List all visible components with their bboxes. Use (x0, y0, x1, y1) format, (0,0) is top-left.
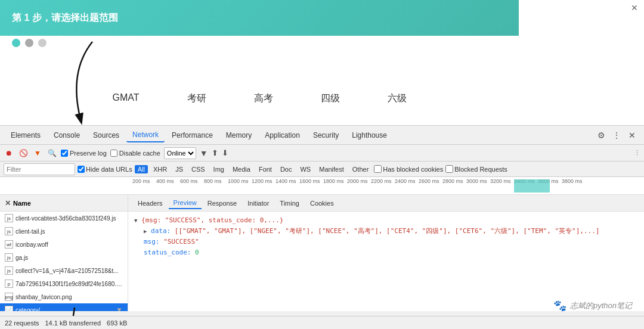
tab-performance[interactable]: Performance (166, 129, 219, 142)
status-bar: 22 requests 14.1 kB transferred 693 kB (0, 316, 644, 329)
throttle-select[interactable]: Online (164, 147, 196, 159)
close-devtools-icon[interactable]: ✕ (625, 128, 639, 142)
json-data-toggle[interactable] (144, 227, 147, 235)
dots-row (12, 39, 47, 47)
tab-security[interactable]: Security (307, 129, 345, 142)
tick-800ms: 800 ms (204, 177, 222, 184)
tab-sources[interactable]: Sources (87, 129, 125, 142)
tab-headers[interactable]: Headers (133, 198, 168, 209)
tick-1400ms: 1400 ms (275, 177, 296, 184)
file-item-2[interactable]: wf iconbay.woff (0, 238, 128, 251)
json-status-line: status_code: 0 (134, 247, 638, 258)
preserve-log-label[interactable]: Preserve log (61, 150, 107, 157)
tick-1800ms: 1800 ms (323, 177, 344, 184)
blocked-requests-label[interactable]: Blocked Requests (445, 165, 507, 173)
filter-img[interactable]: Img (210, 165, 227, 173)
filter-media[interactable]: Media (230, 165, 253, 173)
timeline-bar (514, 179, 550, 193)
devtools-tabbar: Elements Console Sources Network Perform… (0, 126, 644, 145)
clear-button[interactable]: 🚫 (18, 148, 29, 159)
tab-timing[interactable]: Timing (275, 198, 304, 209)
filter-ws[interactable]: WS (297, 165, 314, 173)
blocked-requests-checkbox[interactable] (445, 165, 453, 173)
file-item-6[interactable]: png shanbay_favicon.png (0, 290, 128, 303)
file-icon-4: js (5, 266, 13, 275)
json-root-toggle[interactable] (134, 216, 137, 224)
hide-data-urls-label[interactable]: Hide data URLs (78, 166, 132, 173)
json-data-line: data: [["GMAT", "GMAT"], ["NGEE", "考研"],… (134, 226, 638, 237)
disable-cache-checkbox[interactable] (110, 150, 117, 157)
export-button[interactable]: ⬇ (222, 148, 228, 157)
menu-kaoyan[interactable]: 考研 (187, 92, 206, 105)
watermark-text: 志斌的python笔记 (570, 300, 632, 311)
menu-items: GMAT 考研 高考 四级 六级 (0, 92, 519, 105)
transferred-size: 14.1 kB transferred (45, 319, 101, 327)
file-item-0[interactable]: js client-vocabtest-3d56cba83031f249.js (0, 212, 128, 225)
filter-manifest[interactable]: Manifest (316, 165, 347, 173)
tab-initiator[interactable]: Initiator (243, 198, 274, 209)
menu-gmat[interactable]: GMAT (112, 92, 139, 105)
import-button[interactable]: ⬆ (212, 148, 218, 157)
tick-1600ms: 1600 ms (299, 177, 320, 184)
close-button[interactable]: ✕ (631, 3, 638, 13)
file-item-7[interactable]: 📄 category/ ▼ (0, 303, 128, 311)
file-name-2: iconbay.woff (16, 241, 48, 248)
has-blocked-cookies-checkbox[interactable] (374, 165, 382, 173)
file-item-1[interactable]: js client-tail.js (0, 225, 128, 238)
file-icon-6: png (5, 293, 13, 301)
tab-response[interactable]: Response (203, 198, 242, 209)
disable-cache-label[interactable]: Disable cache (110, 150, 160, 157)
filter-input[interactable] (4, 163, 75, 175)
file-icon-2: wf (5, 240, 13, 249)
filter-css[interactable]: CSS (188, 165, 208, 173)
tab-console[interactable]: Console (48, 129, 86, 142)
settings-icon[interactable]: ⚙ (594, 128, 608, 142)
tab-elements[interactable]: Elements (5, 129, 47, 142)
file-name-5: 7ab7296194130f1f1e9c89df24fe1680.p... (16, 281, 123, 287)
filter-icon[interactable]: ▼ (32, 148, 43, 159)
file-icon-7: 📄 (5, 306, 13, 311)
filter-doc[interactable]: Doc (277, 165, 295, 173)
throttle-dropdown-icon[interactable]: ▼ (200, 148, 208, 158)
close-panel-btn[interactable]: ✕ (5, 199, 11, 207)
filter-js[interactable]: JS (172, 165, 186, 173)
more-options-icon[interactable]: ⋮ (609, 128, 624, 142)
hide-data-urls-checkbox[interactable] (78, 166, 85, 173)
file-name-0: client-vocabtest-3d56cba83031f249.js (16, 215, 116, 222)
tab-memory[interactable]: Memory (220, 129, 258, 142)
filter-all[interactable]: All (135, 165, 148, 173)
tick-400ms: 400 ms (156, 177, 174, 184)
response-panel: Headers Preview Response Initiator Timin… (128, 195, 644, 311)
tab-cookies[interactable]: Cookies (305, 198, 339, 209)
network-options-icon[interactable]: ⋮ (634, 149, 640, 157)
menu-liuji[interactable]: 六级 (388, 92, 407, 105)
search-icon[interactable]: 🔍 (47, 148, 57, 159)
banner-text: 第 1 步，请选择出题范围 (12, 12, 118, 24)
record-button[interactable]: ⏺ (4, 148, 14, 159)
timeline-row: 200 ms 400 ms 600 ms 800 ms 1000 ms 1200… (0, 177, 644, 195)
tab-preview[interactable]: Preview (169, 197, 202, 209)
requests-count: 22 requests (5, 319, 39, 327)
file-item-4[interactable]: js collect?v=1&_v=j47&a=210572518&t... (0, 264, 128, 277)
devtools-panel: Elements Console Sources Network Perform… (0, 125, 644, 329)
filter-other[interactable]: Other (349, 165, 372, 173)
tab-lighthouse[interactable]: Lighthouse (346, 129, 393, 142)
file-dropdown-icon: ▼ (116, 306, 123, 311)
menu-siji[interactable]: 四级 (321, 92, 340, 105)
tick-2800ms: 2800 ms (442, 177, 463, 184)
preserve-log-checkbox[interactable] (61, 150, 68, 157)
has-blocked-cookies-label[interactable]: Has blocked cookies (374, 165, 443, 173)
filter-font[interactable]: Font (256, 165, 275, 173)
dot-2 (25, 39, 33, 47)
tab-application[interactable]: Application (259, 129, 306, 142)
dot-1 (12, 39, 20, 47)
menu-gaokao[interactable]: 高考 (254, 92, 273, 105)
watermark-area: 🐾 志斌的python笔记 (553, 299, 632, 312)
tab-network[interactable]: Network (126, 128, 165, 142)
timeline-inner: 200 ms 400 ms 600 ms 800 ms 1000 ms 1200… (0, 177, 644, 194)
dot-3 (38, 39, 47, 47)
file-item-3[interactable]: js ga.js (0, 251, 128, 264)
file-item-5[interactable]: p 7ab7296194130f1f1e9c89df24fe1680.p... (0, 277, 128, 290)
file-icon-3: js (5, 253, 13, 262)
filter-xhr[interactable]: XHR (150, 165, 170, 173)
